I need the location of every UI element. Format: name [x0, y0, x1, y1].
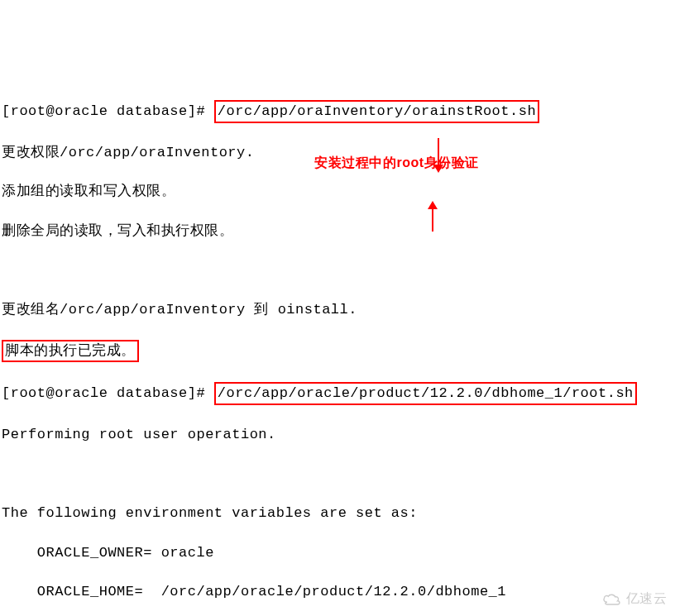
cloud-icon [601, 591, 625, 606]
output-line: ORACLE_HOME= /orc/app/oracle/product/12.… [2, 582, 675, 602]
output-line: Performing root user operation. [2, 425, 675, 445]
output-line: 更改组名/orc/app/oraInventory 到 oinstall. [2, 300, 675, 320]
shell-prompt: [root@oracle database]# [2, 103, 214, 119]
watermark: 亿速云 [601, 590, 668, 608]
output-line: 添加组的读取和写入权限。 [2, 182, 675, 202]
output-line: 更改权限/orc/app/oraInventory. [2, 143, 675, 163]
blank-line [2, 260, 675, 280]
output-line: 删除全局的读取，写入和执行权限。 [2, 222, 675, 241]
shell-prompt: [root@oracle database]# [2, 385, 214, 401]
command-highlight-1: /orc/app/oraInventory/orainstRoot.sh [214, 100, 539, 123]
command-highlight-2: /orc/app/oracle/product/12.2.0/dbhome_1/… [214, 382, 637, 405]
prompt-line-1: [root@oracle database]# /orc/app/oraInve… [2, 100, 675, 123]
terminal-output: [root@oracle database]# /orc/app/oraInve… [2, 80, 675, 616]
blank-line [2, 464, 675, 484]
output-line: The following environment variables are … [2, 504, 675, 523]
prompt-line-2: [root@oracle database]# /orc/app/oracle/… [2, 382, 675, 405]
output-line: ORACLE_OWNER= oracle [2, 543, 675, 563]
output-line: 脚本的执行已完成。 [2, 340, 675, 363]
highlight-box: 脚本的执行已完成。 [2, 340, 139, 363]
